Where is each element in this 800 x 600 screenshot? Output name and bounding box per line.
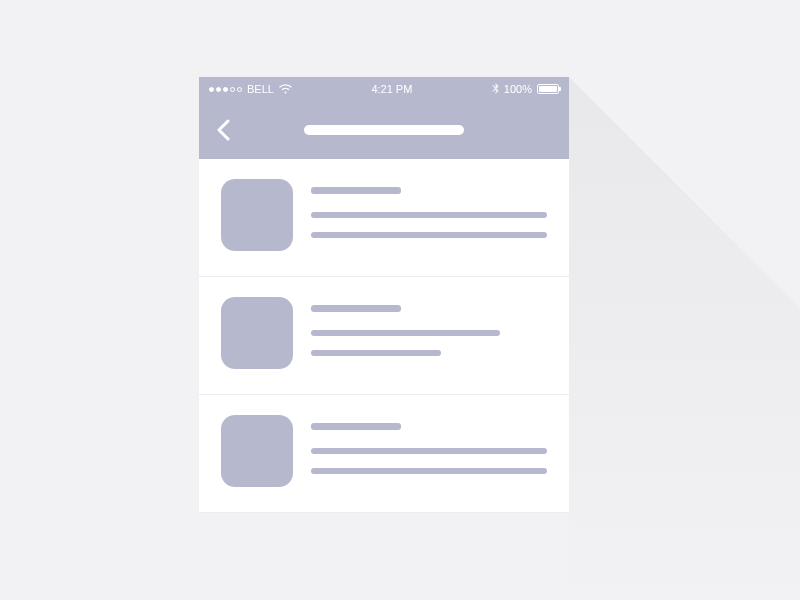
phone-frame: BELL 4:21 PM 100% [199,77,569,513]
list-item[interactable] [199,159,569,277]
status-bar: BELL 4:21 PM 100% [199,77,569,101]
item-text [311,297,547,370]
item-text [311,179,547,252]
item-text [311,415,547,488]
back-button[interactable] [211,118,235,142]
bluetooth-icon [492,83,499,95]
phone-drop-shadow [569,77,800,600]
list-item[interactable] [199,395,569,513]
item-line-placeholder [311,448,547,454]
status-right: 100% [492,83,559,95]
battery-pct-label: 100% [504,83,532,95]
clock-label: 4:21 PM [371,83,412,95]
page-title-placeholder [304,125,464,135]
item-thumbnail [221,415,293,487]
nav-bar [199,101,569,159]
item-title-placeholder [311,305,401,312]
item-line-placeholder [311,212,547,218]
item-line-placeholder [311,232,547,238]
item-line-placeholder [311,468,547,474]
signal-dots-icon [209,87,242,92]
item-thumbnail [221,179,293,251]
item-line-placeholder [311,330,500,336]
list [199,159,569,513]
item-title-placeholder [311,423,401,430]
battery-icon [537,84,559,94]
carrier-label: BELL [247,83,274,95]
chevron-left-icon [216,119,230,141]
status-left: BELL [209,83,292,95]
item-title-placeholder [311,187,401,194]
list-item[interactable] [199,277,569,395]
item-line-placeholder [311,350,441,356]
item-thumbnail [221,297,293,369]
wifi-icon [279,84,292,94]
